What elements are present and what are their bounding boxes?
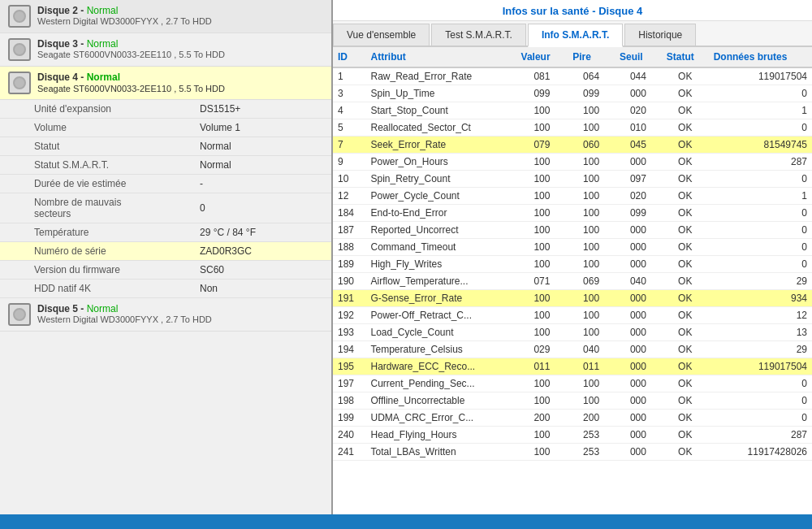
- cell-data: 934: [709, 290, 812, 307]
- prop-smart-statut: Statut S.M.A.R.T. Normal: [0, 156, 331, 175]
- disk5-name: Disque 5 - Normal: [37, 303, 323, 314]
- disk-item-disk3[interactable]: Disque 3 - Normal Seagate ST6000VN0033-2…: [0, 33, 331, 67]
- tab-historique[interactable]: Historique: [624, 24, 696, 46]
- panel-title: Infos sur la santé - Disque 4: [333, 0, 812, 21]
- disk5-info: Disque 5 - Normal Western Digital WD3000…: [37, 303, 323, 324]
- cell-attr: Start_Stop_Count: [365, 102, 516, 119]
- cell-statut: OK: [662, 256, 709, 273]
- col-header-seuil: Seuil: [615, 47, 662, 67]
- left-panel: Disque 2 - Normal Western Digital WD3000…: [0, 0, 333, 529]
- cell-val: 029: [516, 341, 568, 358]
- cell-val: 100: [516, 188, 568, 205]
- cell-val: 100: [516, 222, 568, 239]
- cell-val: 100: [516, 324, 568, 341]
- table-row: 10Spin_Retry_Count100100097OK0: [333, 171, 812, 188]
- cell-seuil: 000: [615, 444, 662, 461]
- cell-statut: OK: [662, 102, 709, 119]
- cell-pire: 100: [568, 222, 615, 239]
- cell-data: 0: [709, 410, 812, 427]
- cell-val: 100: [516, 290, 568, 307]
- cell-id: 195: [333, 358, 365, 375]
- disk-item-disk4[interactable]: Disque 4 - Normal Seagate ST6000VN0033-2…: [0, 67, 331, 100]
- cell-val: 099: [516, 85, 568, 102]
- cell-pire: 011: [568, 358, 615, 375]
- cell-seuil: 097: [615, 171, 662, 188]
- tab-vue-densemble[interactable]: Vue d'ensemble: [333, 24, 430, 46]
- prop-mauvais-secteurs-value: 0: [166, 193, 331, 223]
- cell-pire: 060: [568, 137, 615, 154]
- cell-val: 011: [516, 358, 568, 375]
- cell-pire: 100: [568, 324, 615, 341]
- cell-seuil: 020: [615, 102, 662, 119]
- prop-serial: Numéro de série ZAD0R3GC: [0, 242, 331, 261]
- disk4-icon: [8, 72, 31, 94]
- cell-statut: OK: [662, 171, 709, 188]
- cell-statut: OK: [662, 154, 709, 171]
- col-header-statut: Statut: [662, 47, 709, 67]
- cell-data: 29: [709, 341, 812, 358]
- cell-attr: Raw_Read_Error_Rate: [365, 67, 516, 85]
- cell-seuil: 000: [615, 85, 662, 102]
- cell-id: 193: [333, 324, 365, 341]
- cell-attr: Offline_Uncorrectable: [365, 392, 516, 410]
- cell-id: 197: [333, 375, 365, 392]
- prop-firmware-label: Version du firmware: [0, 261, 166, 280]
- cell-data: 0: [709, 392, 812, 410]
- prop-mauvais-secteurs-label: Nombre de mauvais secteurs: [0, 193, 166, 223]
- cell-pire: 100: [568, 154, 615, 171]
- table-row: 3Spin_Up_Time099099000OK0: [333, 85, 812, 102]
- cell-statut: OK: [662, 119, 709, 137]
- right-panel: Infos sur la santé - Disque 4 Vue d'ense…: [333, 0, 812, 529]
- disk2-subtitle: Western Digital WD3000FYYX , 2.7 To HDD: [37, 16, 323, 26]
- cell-val: 071: [516, 273, 568, 290]
- bottom-bar: [0, 514, 812, 529]
- table-row: 188Command_Timeout100100000OK0: [333, 239, 812, 256]
- cell-data: 0: [709, 205, 812, 222]
- disk-item-disk2[interactable]: Disque 2 - Normal Western Digital WD3000…: [0, 0, 331, 33]
- disk2-info: Disque 2 - Normal Western Digital WD3000…: [37, 5, 323, 26]
- prop-temperature-value: 29 °C / 84 °F: [166, 223, 331, 242]
- col-header-pire: Pire: [568, 47, 615, 67]
- cell-pire: 100: [568, 171, 615, 188]
- cell-data: 81549745: [709, 137, 812, 154]
- cell-pire: 100: [568, 239, 615, 256]
- tab-info-smart[interactable]: Info S.M.A.R.T.: [528, 24, 623, 47]
- prop-serial-value: ZAD0R3GC: [166, 242, 331, 261]
- table-row: 1Raw_Read_Error_Rate081064044OK119017504: [333, 67, 812, 85]
- cell-val: 100: [516, 102, 568, 119]
- cell-attr: Power_On_Hours: [365, 154, 516, 171]
- cell-statut: OK: [662, 85, 709, 102]
- cell-attr: Total_LBAs_Written: [365, 444, 516, 461]
- cell-data: 0: [709, 375, 812, 392]
- table-row: 194Temperature_Celsius029040000OK29: [333, 341, 812, 358]
- cell-attr: Temperature_Celsius: [365, 341, 516, 358]
- cell-pire: 100: [568, 290, 615, 307]
- disk2-name: Disque 2 - Normal: [37, 5, 323, 16]
- cell-statut: OK: [662, 222, 709, 239]
- cell-pire: 100: [568, 119, 615, 137]
- cell-statut: OK: [662, 427, 709, 444]
- cell-seuil: 000: [615, 324, 662, 341]
- cell-val: 100: [516, 392, 568, 410]
- cell-pire: 100: [568, 392, 615, 410]
- cell-val: 100: [516, 205, 568, 222]
- cell-id: 189: [333, 256, 365, 273]
- tab-test-smart[interactable]: Test S.M.A.R.T.: [431, 24, 526, 46]
- disk-item-disk5[interactable]: Disque 5 - Normal Western Digital WD3000…: [0, 298, 331, 332]
- cell-attr: Load_Cycle_Count: [365, 324, 516, 341]
- cell-data: 0: [709, 171, 812, 188]
- cell-pire: 069: [568, 273, 615, 290]
- cell-attr: Head_Flying_Hours: [365, 427, 516, 444]
- prop-statut: Statut Normal: [0, 137, 331, 156]
- cell-data: 12: [709, 307, 812, 324]
- disk4-info: Disque 4 - Normal Seagate ST6000VN0033-2…: [37, 72, 323, 94]
- prop-4k-label: HDD natif 4K: [0, 280, 166, 298]
- cell-attr: Spin_Up_Time: [365, 85, 516, 102]
- table-row: 195Hardware_ECC_Reco...011011000OK119017…: [333, 358, 812, 375]
- cell-statut: OK: [662, 273, 709, 290]
- cell-statut: OK: [662, 290, 709, 307]
- cell-data: 1: [709, 188, 812, 205]
- cell-id: 1: [333, 67, 365, 85]
- table-row: 9Power_On_Hours100100000OK287: [333, 154, 812, 171]
- cell-id: 9: [333, 154, 365, 171]
